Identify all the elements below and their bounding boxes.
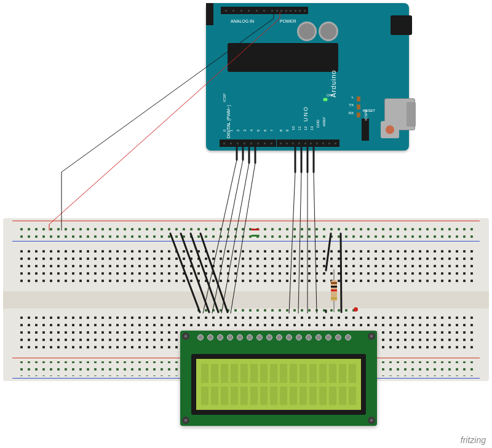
capacitor	[297, 22, 317, 41]
tx-label: TX	[349, 103, 354, 107]
pin-label: AREF	[322, 117, 326, 127]
analog-label: ANALOG IN	[231, 19, 254, 23]
connection-dot	[354, 307, 358, 312]
screw-icon	[368, 417, 375, 424]
pin-label: 9	[285, 130, 289, 132]
power-header	[269, 7, 308, 14]
reset-button[interactable]	[381, 121, 399, 138]
arduino-uno-board: UNO Arduino DIGITAL (PWM~) ANALOG IN POW…	[206, 3, 409, 151]
digital-header-2	[277, 140, 339, 147]
pin-label: 1	[229, 130, 233, 132]
digital-label: DIGITAL (PWM~)	[226, 105, 231, 138]
pin-label: 13	[310, 126, 314, 130]
digital-header-1	[220, 140, 276, 147]
jumper-red	[251, 229, 260, 230]
power-label: POWER	[280, 19, 296, 23]
resistor-220-ohm	[330, 269, 338, 312]
svg-rect-3	[17, 246, 475, 283]
pin-label: GND	[316, 120, 320, 128]
attribution-text: fritzing	[461, 435, 486, 445]
icsp2-header	[362, 119, 369, 141]
pin-label: 3	[243, 130, 247, 132]
rx-label: RX	[349, 111, 354, 115]
on-led-icon	[323, 98, 327, 101]
pin-label: 8	[279, 130, 283, 132]
lcd-pin-header	[197, 334, 351, 340]
pin-label: 7	[270, 130, 274, 132]
uno-logo-text: UNO	[303, 106, 309, 122]
screw-icon	[368, 332, 375, 340]
pin-label: 0	[223, 130, 226, 132]
pin-label: 5	[256, 130, 260, 132]
lcd-16x2	[180, 331, 377, 426]
atmega-chip	[228, 43, 338, 72]
icsp-label: ICSP	[223, 93, 226, 102]
icsp-header	[206, 3, 213, 25]
lcd-screen	[191, 354, 366, 415]
screw-icon	[182, 332, 189, 340]
pin-label: 10	[292, 126, 295, 130]
pin-label: 6	[263, 130, 267, 132]
pin-label: 4	[250, 130, 253, 132]
screw-icon	[182, 417, 189, 424]
barrel-jack	[391, 15, 412, 35]
pin-label: 11	[298, 126, 301, 130]
pin-label: 2	[236, 130, 240, 132]
analog-header	[221, 7, 269, 14]
on-label: ON	[327, 93, 332, 97]
l-label: L	[352, 95, 354, 99]
icsp2-label: ICSP2	[364, 110, 368, 120]
tx-led	[357, 104, 360, 109]
pin-label: 12	[304, 126, 308, 130]
svg-rect-2	[17, 223, 475, 238]
rx-led	[357, 112, 360, 117]
jumper-green	[251, 235, 260, 237]
capacitor	[319, 22, 338, 41]
l-led	[357, 96, 360, 101]
